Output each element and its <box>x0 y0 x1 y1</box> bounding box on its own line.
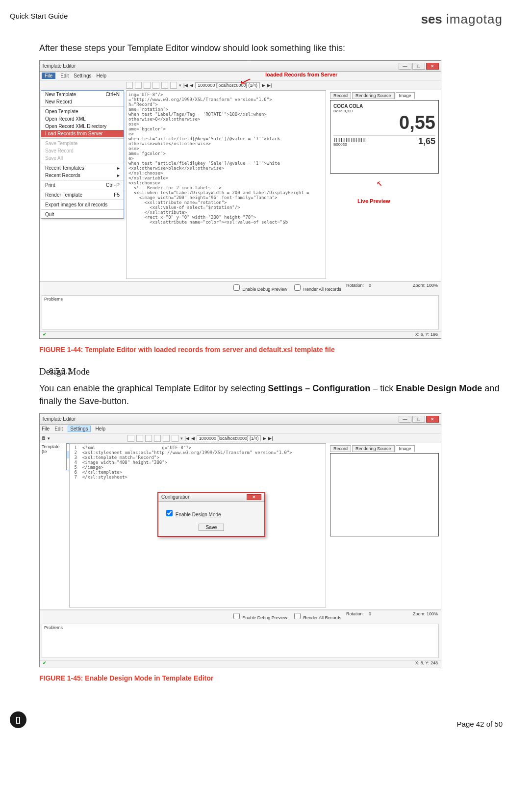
window-buttons: — □ ✕ <box>399 416 439 423</box>
tab-image[interactable]: Image <box>396 92 415 99</box>
menu-item[interactable]: Recent Records▸ <box>41 172 124 179</box>
tab-rendering-source[interactable]: Rendering Source <box>352 92 395 99</box>
play-icon[interactable] <box>172 435 178 442</box>
menu-edit[interactable]: Edit <box>54 426 63 431</box>
preview-pane: Record Rendering Source Image <box>328 443 441 609</box>
refresh-icon[interactable] <box>154 435 161 442</box>
preview-sku: B00030 <box>333 142 365 147</box>
menu-item[interactable]: Open Record XML Directory <box>41 123 124 130</box>
dialog-titlebar: Configuration ✕ <box>158 493 264 502</box>
problems-panel: Problems <box>42 295 439 329</box>
nav-prev-icon[interactable]: ◀ <box>190 83 193 88</box>
preview-tabs: Record Rendering Source Image <box>330 92 439 99</box>
cursor-position: X: 6, Y: 196 <box>415 332 438 338</box>
arrow-icon: ↑ <box>373 177 386 191</box>
zoom-out-icon[interactable] <box>144 82 151 89</box>
zoom-label: Zoom: 100% <box>413 283 438 292</box>
status-bar: ✔ X: 6, Y: 196 <box>40 331 441 338</box>
doc-title: Quick Start Guide <box>10 12 68 20</box>
page-header: Quick Start Guide ses imagotag <box>10 12 503 27</box>
menu-help[interactable]: Help <box>97 73 107 78</box>
problems-panel: Problems <box>42 624 439 658</box>
dialog-close-button[interactable]: ✕ <box>247 494 261 500</box>
menu-item[interactable]: Load Records from Server <box>41 130 124 137</box>
window-titlebar: Template Editor — □ ✕ <box>40 414 441 425</box>
logo-light: imagotag <box>442 12 503 26</box>
render-all-checkbox[interactable]: Render All Records <box>292 611 341 621</box>
annotation-loaded-records: loaded Records from Server <box>265 72 337 77</box>
screenshot-1: Template Editor — □ ✕ File Edit Settings… <box>39 60 441 339</box>
menu-item[interactable]: Open Record XML <box>41 115 124 123</box>
window-title: Template Editor <box>42 63 76 69</box>
menu-item: Save All <box>41 154 124 162</box>
menu-item[interactable]: Open Template <box>41 108 124 115</box>
nav-last-icon[interactable]: ▶| <box>268 436 273 441</box>
rotation-value[interactable]: 0 <box>369 283 383 292</box>
window-buttons: — □ ✕ <box>399 63 439 70</box>
menu-item[interactable]: Quit <box>41 211 124 218</box>
toolbar: 🖺 ▾ ▾ |◀ ◀ 1000000 [localhost:8000] (1/4… <box>40 433 441 443</box>
render-options-bar: Enable Debug Preview Render All Records … <box>40 281 441 293</box>
rotation-value[interactable]: 0 <box>369 611 383 621</box>
dialog-title: Configuration <box>161 494 190 500</box>
enable-debug-checkbox[interactable]: Enable Debug Preview <box>231 611 287 621</box>
maximize-button[interactable]: □ <box>412 63 425 70</box>
zoom-out-icon[interactable] <box>145 435 152 442</box>
home-icon[interactable] <box>127 435 134 442</box>
maximize-button[interactable]: □ <box>412 416 425 423</box>
render-all-checkbox[interactable]: Render All Records <box>292 283 341 292</box>
cursor-position: X: 8, Y: 248 <box>415 660 438 667</box>
menu-settings[interactable]: Settings <box>74 73 91 78</box>
nav-next-icon[interactable]: ▶ <box>262 83 265 88</box>
menu-item[interactable]: PrintCtrl+P <box>41 181 124 189</box>
menu-item[interactable]: Export images for all records <box>41 201 124 208</box>
logo-bold: ses <box>421 12 442 26</box>
nav-last-icon[interactable]: ▶| <box>267 83 272 88</box>
page-number: Page 42 of 50 <box>457 720 503 728</box>
menu-file[interactable]: File <box>42 73 55 79</box>
play-icon[interactable] <box>170 82 177 89</box>
tab-record[interactable]: Record <box>330 445 351 452</box>
zoom-in-icon[interactable] <box>136 435 143 442</box>
figure-caption-2: FIGURE 1-45: Enable Design Mode in Templ… <box>39 674 503 682</box>
gear-icon[interactable] <box>161 82 168 89</box>
zoom-in-icon[interactable] <box>135 82 142 89</box>
tab-rendering-source[interactable]: Rendering Source <box>352 445 395 452</box>
dialog-save-button[interactable]: Save <box>199 524 225 531</box>
label-preview-empty <box>330 453 439 536</box>
menu-item: Save Template <box>41 140 124 147</box>
preview-product-name: COCA COLA <box>333 103 435 109</box>
record-address[interactable]: 1000000 [localhost:8000] (1/4) <box>197 435 261 441</box>
menu-item[interactable]: New TemplateCtrl+N <box>41 91 124 98</box>
render-options-bar: Enable Debug Preview Render All Records … <box>40 610 441 622</box>
menu-item[interactable]: Recent Templates▸ <box>41 164 124 172</box>
close-button[interactable]: ✕ <box>426 416 439 423</box>
minimize-button[interactable]: — <box>399 63 411 70</box>
menu-help[interactable]: Help <box>96 426 106 431</box>
close-button[interactable]: ✕ <box>426 63 439 70</box>
menubar: File Edit Settings Help <box>40 425 441 433</box>
template-label: Template (te <box>40 443 67 609</box>
gear-icon[interactable] <box>163 435 170 442</box>
menu-edit[interactable]: Edit <box>60 73 69 78</box>
menu-item[interactable]: New Record <box>41 98 124 105</box>
menu-settings[interactable]: Settings <box>68 426 90 432</box>
enable-design-mode-checkbox[interactable]: Enable Design Mode <box>164 512 221 517</box>
refresh-icon[interactable] <box>152 82 159 89</box>
status-bar: ✔ X: 8, Y: 248 <box>40 660 441 667</box>
rotation-label: Rotation: <box>346 611 364 621</box>
window-title: Template Editor <box>42 416 76 422</box>
section-title: Design Mode <box>39 366 503 377</box>
minimize-button[interactable]: — <box>399 416 411 423</box>
code-editor[interactable]: ing="UTF-8"/>="http://www.w3.org/1999/XS… <box>126 90 326 279</box>
nav-next-icon[interactable]: ▶ <box>263 436 266 441</box>
menu-file[interactable]: File <box>42 426 50 431</box>
enable-debug-checkbox[interactable]: Enable Debug Preview <box>231 283 287 292</box>
nav-first-icon[interactable]: |◀ <box>183 83 188 88</box>
nav-first-icon[interactable]: |◀ <box>185 436 189 441</box>
nav-prev-icon[interactable]: ◀ <box>191 436 195 441</box>
tab-record[interactable]: Record <box>330 92 351 99</box>
home-icon[interactable] <box>126 82 133 89</box>
tab-image[interactable]: Image <box>396 445 415 452</box>
menu-item[interactable]: Render TemplateF5 <box>41 191 124 199</box>
